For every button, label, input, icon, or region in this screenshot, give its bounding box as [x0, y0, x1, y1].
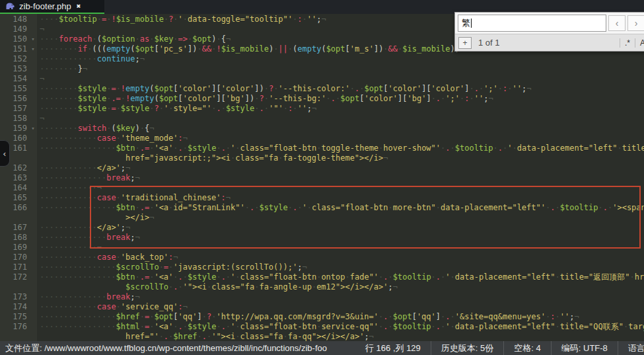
code-row[interactable]: 176················$html·=·'<a'·.·$style…	[0, 322, 644, 332]
code-text: ········switch·($key)·{¬	[37, 124, 154, 134]
fold-gutter	[29, 173, 37, 183]
code-lines: 148····$tooltip·=·!$is_mobile·?·'·data-t…	[0, 14, 644, 341]
code-row[interactable]: 161················$btn·.=·'<a'·.·$style…	[0, 143, 644, 153]
fold-gutter	[29, 322, 37, 332]
code-row[interactable]: href="javascript:;"><i·class="fa·fa-togg…	[0, 153, 644, 163]
code-text: ····foreach·($option·as·$key·=>·$opt)·{¬	[37, 34, 231, 44]
code-text: ········if·(((empty($opt['pc_s'])·&&·!$i…	[37, 44, 474, 54]
code-row[interactable]: 160············case·'theme_mode':¬	[0, 134, 644, 143]
status-item: 历史版本: 5份	[431, 341, 503, 355]
collapse-sidebar-button[interactable]: ‹	[0, 140, 10, 167]
code-text: ····$tooltip·=·!$is_mobile·?·'·data-togg…	[37, 15, 326, 24]
code-row[interactable]: 152············continue;¬	[0, 54, 644, 64]
code-row[interactable]: 162············</a>';¬	[0, 163, 644, 173]
code-text: href="'·.·$href·.·'"><i·class="fa·fa-qq"…	[37, 332, 374, 341]
code-row[interactable]: 153········}¬	[0, 64, 644, 74]
search-input[interactable]: 繁	[458, 15, 606, 32]
php-file-icon	[5, 0, 15, 13]
line-number	[0, 282, 29, 292]
fold-gutter	[29, 114, 37, 124]
fold-gutter	[29, 272, 37, 282]
code-row[interactable]: 170············case·'back_top':¬	[0, 253, 644, 262]
code-text: ¬	[37, 24, 44, 34]
search-input-row: 繁 ‹ ›	[455, 13, 644, 34]
fold-gutter	[29, 15, 37, 24]
find-next-button[interactable]: ›	[627, 15, 644, 31]
line-number: 170	[0, 253, 29, 262]
fold-gutter	[29, 94, 37, 104]
fold-arrow-icon[interactable]: ▾	[29, 34, 37, 44]
line-number: 167	[0, 223, 29, 233]
line-number: 172	[0, 272, 29, 282]
fold-gutter	[29, 312, 37, 322]
close-icon[interactable]: ✖	[77, 2, 81, 11]
line-number	[0, 332, 29, 341]
line-number: 164	[0, 183, 29, 193]
fold-gutter	[29, 193, 37, 203]
line-number: 156	[0, 94, 29, 104]
search-query: 繁	[462, 17, 470, 29]
code-row[interactable]: 172················$btn·.=·'<a'·.·$style…	[0, 272, 644, 282]
fold-gutter	[29, 302, 37, 312]
code-text: ················$btn·.=·'<a'·.·$style·.·…	[37, 143, 644, 153]
fold-arrow-icon[interactable]: ▾	[29, 44, 37, 54]
code-row[interactable]: 156········$style·.=·!empty($opt['color'…	[0, 94, 644, 104]
code-row[interactable]: href="'·.·$href·.·'"><i·class="fa·fa-qq"…	[0, 332, 644, 341]
code-row[interactable]: 155········$style·=·!empty($opt['color']…	[0, 84, 644, 94]
regex-toggle[interactable]: .*	[620, 38, 635, 48]
code-text: ············case·'theme_mode':¬	[37, 134, 188, 143]
code-text: ················$btn·.=·'<a'·.·$style·.·…	[37, 272, 644, 282]
fold-arrow-icon[interactable]: ▾	[29, 124, 37, 134]
search-panel: 繁 ‹ › + 1 of 1 .* A	[454, 12, 644, 52]
code-text: ¬	[37, 74, 44, 84]
fold-gutter	[29, 253, 37, 262]
line-number: 168	[0, 233, 29, 243]
annotation-rectangle	[90, 186, 641, 249]
code-text: $scrollTo·.·'"><i·class="fa·fa-angle-up·…	[37, 282, 398, 292]
code-row[interactable]: 171················$scrollTo·=·'javascri…	[0, 262, 644, 272]
code-row[interactable]: 163··············break;¬	[0, 173, 644, 183]
line-number: 163	[0, 173, 29, 183]
line-number: 149	[0, 24, 29, 34]
code-row[interactable]: 158¬	[0, 114, 644, 124]
line-number: 152	[0, 54, 29, 64]
line-number: 157	[0, 104, 29, 114]
fold-gutter	[29, 243, 37, 253]
line-number: 159	[0, 124, 29, 134]
fold-gutter	[29, 292, 37, 302]
code-row[interactable]: 157········$style·=·$style·?·'·style="'·…	[0, 104, 644, 114]
line-number: 158	[0, 114, 29, 124]
fold-gutter	[29, 282, 37, 292]
line-number: 154	[0, 74, 29, 84]
code-text: ¬	[37, 114, 44, 124]
code-text: ············continue;¬	[37, 54, 145, 64]
code-row[interactable]: $scrollTo·.·'"><i·class="fa·fa-angle-up·…	[0, 282, 644, 292]
code-row[interactable]: 173··············break;¬	[0, 292, 644, 302]
case-toggle[interactable]: A	[635, 38, 644, 48]
line-number: 148	[0, 15, 29, 24]
find-previous-button[interactable]: ‹	[608, 15, 626, 31]
fold-gutter	[29, 223, 37, 233]
code-text: href="javascript:;"><i·class="fa·fa-togg…	[37, 153, 388, 163]
code-row[interactable]: 174············case·'service_qq':¬	[0, 302, 644, 312]
tab-title: zib-footer.php	[19, 1, 71, 11]
add-search-button[interactable]: +	[458, 37, 472, 49]
code-text: ················$html·=·'<a'·.·$style·.·…	[37, 322, 644, 332]
code-text: ············case·'service_qq':¬	[37, 302, 188, 312]
fold-gutter	[29, 143, 37, 153]
code-text: ················$scrollTo·=·'javascript:…	[37, 262, 307, 272]
code-row[interactable]: 154¬	[0, 74, 644, 84]
status-item: 编码: UTF-8	[551, 341, 618, 355]
fold-gutter	[29, 213, 37, 223]
code-text: ········}¬	[37, 64, 87, 74]
code-editor[interactable]: 148····$tooltip·=·!$is_mobile·?·'·data-t…	[0, 14, 644, 341]
code-row[interactable]: 175················$href·=·$opt['qq']·?·…	[0, 312, 644, 322]
code-row[interactable]: 159▾········switch·($key)·{¬	[0, 124, 644, 134]
line-number: 174	[0, 302, 29, 312]
line-number: 173	[0, 292, 29, 302]
tab-zib-footer[interactable]: zib-footer.php ✖	[0, 0, 104, 14]
text-caret	[471, 19, 472, 28]
fold-gutter	[29, 64, 37, 74]
code-text: ········$style·.=·!empty($opt['color']['…	[37, 94, 493, 104]
line-number: 171	[0, 262, 29, 272]
